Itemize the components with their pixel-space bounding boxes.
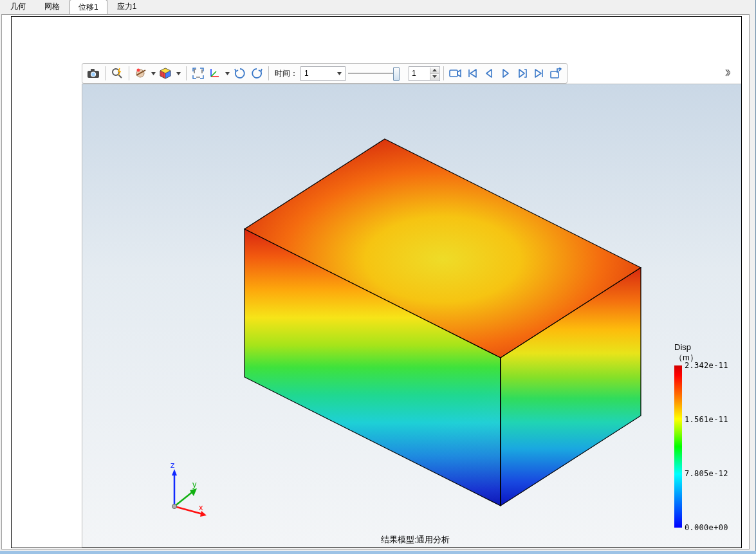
video-camera-icon bbox=[449, 68, 462, 78]
svg-point-3 bbox=[113, 69, 119, 75]
magnifier-lightning-icon bbox=[111, 67, 124, 80]
screenshot-button[interactable] bbox=[85, 65, 102, 82]
triad-x-label: x bbox=[199, 503, 203, 512]
legend-tick: 2.342e-11 bbox=[685, 361, 728, 370]
tab-stress-1[interactable]: 应力1 bbox=[108, 0, 146, 14]
play-button[interactable] bbox=[497, 65, 514, 82]
svg-point-2 bbox=[91, 72, 96, 77]
tab-displacement-1[interactable]: 位移1 bbox=[69, 0, 107, 15]
rotate-cw-button[interactable] bbox=[248, 65, 265, 82]
spinner-down-icon[interactable] bbox=[430, 74, 439, 80]
tab-mesh[interactable]: 网格 bbox=[35, 0, 69, 14]
paint-sphere-icon bbox=[134, 67, 147, 80]
toolbar-overflow-button[interactable] bbox=[724, 66, 731, 79]
legend-tick: 7.805e-12 bbox=[685, 469, 728, 478]
svg-rect-9 bbox=[194, 69, 202, 77]
chevron-down-icon bbox=[176, 72, 181, 75]
spinner-up-icon[interactable] bbox=[430, 68, 439, 74]
legend-colorbar bbox=[674, 365, 682, 528]
tab-bar: 几何 网格 位移1 应力1 bbox=[0, 0, 755, 14]
rubik-cube-icon bbox=[160, 68, 171, 79]
last-frame-button[interactable] bbox=[531, 65, 548, 82]
svg-rect-1 bbox=[91, 69, 95, 71]
play-icon bbox=[501, 68, 511, 78]
svg-rect-13 bbox=[450, 70, 457, 77]
colormap-button[interactable] bbox=[158, 65, 183, 82]
time-label: 时间： bbox=[272, 68, 300, 79]
time-combo[interactable]: 1 bbox=[300, 66, 346, 81]
triad-z-label: z bbox=[171, 460, 175, 470]
slider-thumb[interactable] bbox=[393, 67, 400, 81]
app-window: 几何 网格 位移1 应力1 bbox=[0, 0, 756, 551]
svg-point-19 bbox=[172, 504, 177, 509]
first-frame-button[interactable] bbox=[464, 65, 481, 82]
main-panel: 时间： 1 1 bbox=[1, 14, 750, 549]
chevron-down-icon bbox=[151, 72, 156, 75]
triad-y-label: y bbox=[192, 479, 197, 489]
chevron-down-icon bbox=[335, 68, 344, 80]
svg-point-6 bbox=[137, 69, 140, 72]
frame-spinner[interactable]: 1 bbox=[409, 66, 440, 81]
chevron-down-icon bbox=[225, 72, 230, 75]
prev-frame-button[interactable] bbox=[481, 65, 497, 82]
skip-first-icon bbox=[467, 68, 477, 78]
tab-geometry[interactable]: 几何 bbox=[1, 0, 35, 14]
time-slider[interactable] bbox=[348, 67, 406, 80]
color-legend: Disp （m） 2.342e-11 1.561e-11 7.805e-12 0… bbox=[674, 342, 742, 528]
camera-icon bbox=[87, 68, 100, 78]
rotate-ccw-icon bbox=[234, 67, 246, 80]
panel-border: 时间： 1 1 bbox=[11, 16, 742, 548]
time-combo-value: 1 bbox=[301, 69, 320, 78]
export-icon bbox=[549, 68, 562, 79]
export-animation-button[interactable] bbox=[548, 65, 564, 82]
step-forward-icon bbox=[517, 68, 528, 78]
step-back-icon bbox=[484, 68, 494, 78]
rotate-cw-icon bbox=[250, 67, 263, 80]
frame-spinner-value: 1 bbox=[409, 69, 430, 78]
render-style-button[interactable] bbox=[133, 65, 158, 82]
result-viewport[interactable]: z y x Disp （m） 2.342e-11 1.561e-11 bbox=[82, 84, 742, 548]
record-button[interactable] bbox=[447, 65, 464, 82]
chevron-right-double-icon bbox=[725, 68, 730, 77]
viewer-toolbar: 时间： 1 1 bbox=[82, 63, 567, 84]
legend-tick: 0.000e+00 bbox=[685, 523, 728, 532]
orientation-triad: z y x bbox=[156, 461, 214, 519]
fit-to-screen-icon bbox=[192, 67, 205, 80]
result-block bbox=[198, 120, 661, 519]
legend-labels: 2.342e-11 1.561e-11 7.805e-12 0.000e+00 bbox=[685, 365, 742, 528]
xyz-axes-icon bbox=[208, 68, 220, 79]
slider-track bbox=[348, 73, 400, 74]
axes-toggle-button[interactable] bbox=[207, 65, 232, 82]
fit-view-button[interactable] bbox=[190, 65, 207, 82]
svg-line-12 bbox=[211, 71, 216, 77]
rotate-ccw-button[interactable] bbox=[232, 65, 248, 82]
viewport-caption: 结果模型:通用分析 bbox=[82, 534, 742, 546]
query-button[interactable] bbox=[109, 65, 125, 82]
legend-title: Disp （m） bbox=[674, 342, 742, 364]
skip-last-icon bbox=[534, 68, 544, 78]
svg-line-18 bbox=[174, 491, 194, 506]
legend-tick: 1.561e-11 bbox=[685, 415, 728, 424]
next-frame-button[interactable] bbox=[514, 65, 531, 82]
